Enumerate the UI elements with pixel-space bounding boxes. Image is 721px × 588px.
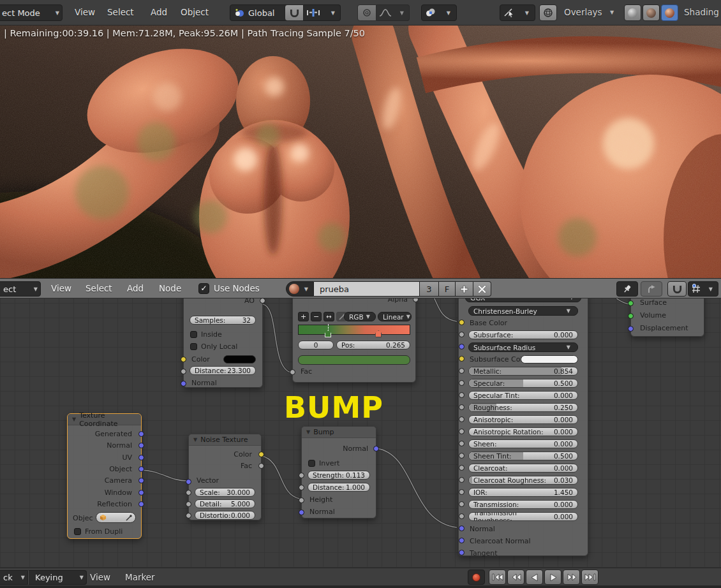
node-menu-view[interactable]: View (51, 283, 71, 293)
node-noise-texture[interactable]: ▼ Noise Texture Vector ColorFacScale:30.… (188, 434, 262, 520)
principled-row-subsurface[interactable]: Subsurface:0.000 (467, 330, 579, 342)
node-menu-node[interactable]: Node (159, 283, 181, 293)
principled-row-specular-tint[interactable]: Specular Tint:0.000 (467, 390, 579, 402)
previous-keyframe-button[interactable] (507, 570, 524, 585)
auto-keyframe-button[interactable] (468, 570, 485, 585)
noise-field-scale[interactable]: Scale:30.000 (195, 488, 255, 497)
principled-row-metallic[interactable]: Metallic:0.854 (467, 366, 579, 378)
fake-user-button[interactable]: F (439, 281, 456, 297)
slider-anisotropic-rotation[interactable]: Anisotropic Rotation:0.000 (468, 427, 578, 436)
socket-noise-distortio[interactable] (186, 513, 191, 518)
node-colorramp[interactable]: Alpha + − ↔ RGB ▼ Linear ▼ (292, 298, 416, 383)
principled-row-specular[interactable]: Specular:0.500 (467, 378, 579, 390)
node-ambient-occlusion[interactable]: AO Samples: 32 Inside Only Local Color D… (183, 298, 263, 388)
socket-base-color[interactable] (459, 320, 465, 325)
menu-object[interactable]: Object (181, 7, 209, 17)
new-material-button[interactable] (456, 281, 473, 297)
socket-ior[interactable] (459, 489, 465, 495)
socket-bump-height[interactable] (299, 497, 304, 503)
principled-row-transmission[interactable]: Transmission:0.000 (467, 499, 579, 511)
menu-select[interactable]: Select (107, 7, 134, 17)
ao-color-swatch[interactable] (223, 355, 256, 364)
socket-ramp-fac[interactable] (290, 369, 295, 375)
texcoord-object-field[interactable] (96, 512, 136, 523)
socket-texcoord-generated[interactable] (138, 431, 144, 437)
unlink-material-button[interactable] (473, 281, 491, 297)
timeline-menu-marker[interactable]: Marker (125, 572, 155, 582)
jump-to-start-button[interactable] (489, 570, 506, 585)
jump-to-end-button[interactable] (581, 570, 598, 585)
noise-field-detail[interactable]: Detail:5.000 (195, 499, 255, 508)
socket-sheen[interactable] (459, 441, 465, 446)
mode-select[interactable]: ect Mode ▼ (0, 4, 63, 21)
socket-bump-strength[interactable] (299, 473, 304, 478)
principled-row-sheen[interactable]: Sheen:0.000 (467, 439, 579, 451)
principled-row-christensen-burley[interactable]: Christensen-Burley▼ (467, 305, 579, 318)
slider-specular[interactable]: Specular:0.500 (468, 379, 578, 388)
play-reverse-button[interactable] (526, 570, 543, 585)
node-snap-toggle[interactable] (667, 281, 687, 297)
socket-transmission-roughness[interactable] (459, 513, 465, 519)
node-menu-add[interactable]: Add (127, 283, 144, 293)
slider-ior[interactable]: IOR:1.450 (468, 488, 578, 497)
socket-specular[interactable] (459, 380, 465, 386)
socket-anisotropic-rotation[interactable] (459, 429, 465, 434)
principled-row-anisotropic[interactable]: Anisotropic:0.000 (467, 415, 579, 427)
remove-stop-button[interactable]: − (311, 312, 322, 321)
proportional-falloff-select[interactable]: ▼ (376, 4, 410, 21)
ao-samples-field[interactable]: Samples: 32 (190, 316, 256, 325)
socket-clearcoat-normal[interactable] (459, 538, 465, 543)
ramp-handle-1[interactable] (325, 330, 331, 337)
slider-clearcoat-roughness[interactable]: Clearcoat Roughness:0.030 (468, 476, 578, 485)
principled-row-subsurface-radius[interactable]: Subsurface Radius▼ (467, 342, 579, 354)
proportional-edit-toggle[interactable] (357, 4, 376, 21)
socket-ao-distance[interactable] (181, 369, 186, 374)
collapse-triangle-icon[interactable]: ▼ (72, 416, 76, 422)
shading-rendered-button[interactable] (661, 4, 678, 21)
node-snap-target-select[interactable]: ▼ (688, 281, 718, 297)
node-principled-bsdf[interactable]: GGX ▼ Christensen-Burley▼Base ColorSubsu… (458, 298, 588, 556)
dropdown-christensen-burley[interactable]: Christensen-Burley▼ (468, 306, 578, 316)
principled-row-clearcoat-roughness[interactable]: Clearcoat Roughness:0.030 (467, 475, 579, 487)
node-bump[interactable]: ▼ Bump Normal Invert Strength: 0.113 Dis… (301, 426, 376, 518)
editor-type-select[interactable]: ect ▼ (0, 281, 41, 297)
ramp-index-field[interactable]: 0 (298, 341, 334, 349)
shading-material-button[interactable] (643, 4, 660, 21)
socket-ao-color[interactable] (181, 356, 186, 362)
socket-clearcoat[interactable] (459, 465, 465, 471)
menu-view[interactable]: View (75, 7, 95, 17)
show-gizmo-toggle[interactable] (539, 4, 557, 21)
slider-subsurface[interactable]: Subsurface:0.000 (468, 330, 578, 339)
material-name-field[interactable]: prueba (314, 281, 420, 297)
flip-ramp-button[interactable]: ↔ (323, 312, 334, 321)
ao-inside-checkbox[interactable] (190, 331, 197, 338)
menu-add[interactable]: Add (151, 7, 167, 17)
principled-row-transmission-roughness[interactable]: Transmission Roughness:0.000 (467, 511, 579, 524)
ramp-color-swatch[interactable] (298, 355, 410, 365)
bsdf-distribution-select[interactable]: GGX ▼ (465, 298, 581, 302)
ao-only-local-checkbox[interactable] (190, 343, 197, 350)
viewport-3d[interactable]: | Remaining:00:39.16 | Mem:71.28M, Peak:… (0, 26, 721, 278)
socket-metallic[interactable] (459, 368, 465, 374)
socket-noise-vector[interactable] (186, 479, 191, 485)
bump-invert-checkbox[interactable] (308, 460, 315, 467)
socket-output-surface[interactable] (628, 300, 634, 306)
pivot-point-select[interactable]: ▼ (421, 4, 457, 21)
snap-toggle-button[interactable] (285, 4, 304, 21)
socket-texcoord-reflection[interactable] (138, 501, 144, 507)
node-canvas[interactable]: BUMP AO Samples: 32 Inside Only Local Co… (0, 298, 721, 568)
principled-row-ior[interactable]: IOR:1.450 (467, 487, 579, 499)
shading-popover[interactable]: Shading (684, 7, 719, 17)
bump-strength-field[interactable]: Strength: 0.113 (308, 471, 370, 480)
from-dupli-checkbox[interactable] (74, 528, 81, 535)
socket-bump-normal-in[interactable] (299, 510, 304, 515)
slider-anisotropic[interactable]: Anisotropic:0.000 (468, 415, 578, 424)
slider-sheen-tint[interactable]: Sheen Tint:0.500 (468, 452, 578, 460)
noise-header[interactable]: ▼ Noise Texture (189, 434, 261, 446)
socket-subsurface[interactable] (459, 332, 465, 337)
socket-subsurface-color[interactable] (459, 356, 465, 362)
node-menu-select[interactable]: Select (85, 283, 112, 293)
overlays-dropdown[interactable]: Overlays (564, 7, 602, 17)
slider-transmission[interactable]: Transmission:0.000 (468, 500, 578, 509)
material-preview-dropdown[interactable]: ▼ (286, 281, 314, 297)
